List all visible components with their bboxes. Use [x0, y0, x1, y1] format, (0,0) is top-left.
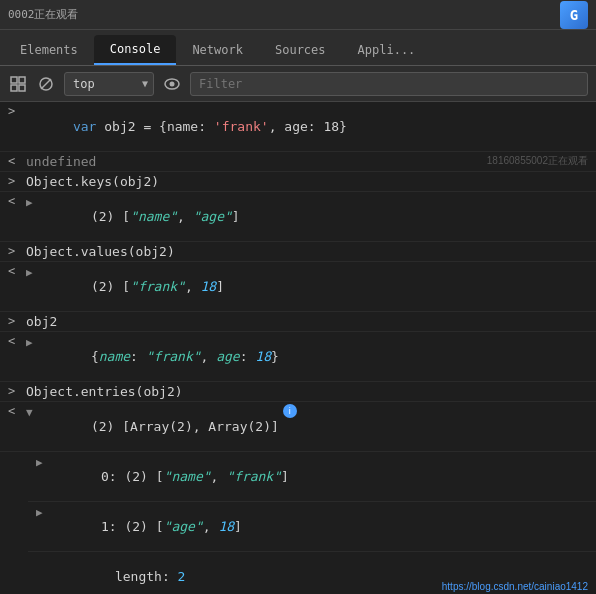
console-line: Object.entries(obj2): [0, 382, 596, 402]
logo-icon: G: [560, 1, 588, 29]
output-prompt: [8, 194, 22, 208]
info-badge: i: [283, 404, 297, 418]
console-line: 0: (2) ["name", "frank"]: [28, 452, 596, 502]
execute-icon[interactable]: [8, 74, 28, 94]
expand-icon[interactable]: [26, 266, 40, 279]
expand-icon[interactable]: [26, 196, 40, 209]
tab-sources[interactable]: Sources: [259, 35, 342, 65]
expand-icon[interactable]: [36, 456, 50, 469]
tab-elements[interactable]: Elements: [4, 35, 94, 65]
tab-console[interactable]: Console: [94, 35, 177, 65]
context-select[interactable]: top: [64, 72, 154, 96]
code-text: Object.values(obj2): [26, 244, 175, 259]
output-prompt: [8, 334, 22, 348]
output-prompt: [8, 154, 22, 168]
svg-rect-0: [11, 77, 17, 83]
console-content: var obj2 = {name: 'frank', age: 18} unde…: [0, 102, 596, 594]
tab-bar: Elements Console Network Sources Appli..…: [0, 30, 596, 66]
code-text: Object.keys(obj2): [26, 174, 159, 189]
top-bar: 0002正在观看 G: [0, 0, 596, 30]
code-text: 0: (2) ["name", "frank"]: [54, 454, 289, 499]
code-text: {name: "frank", age: 18}: [44, 334, 279, 379]
console-line: obj2: [0, 312, 596, 332]
console-line: (2) ["name", "age"]: [0, 192, 596, 242]
watermark: 18160855002正在观看: [487, 154, 588, 168]
code-text: 1: (2) ["age", 18]: [54, 504, 242, 549]
input-prompt: [8, 244, 22, 258]
code-text: obj2: [26, 314, 57, 329]
top-bar-text: 0002正在观看: [8, 7, 79, 22]
console-line: var obj2 = {name: 'frank', age: 18}: [0, 102, 596, 152]
console-line: {name: "frank", age: 18}: [0, 332, 596, 382]
console-line: 1: (2) ["age", 18]: [28, 502, 596, 552]
svg-rect-3: [19, 85, 25, 91]
svg-line-5: [41, 79, 51, 89]
output-prompt: [8, 264, 22, 278]
context-select-container: top ▼: [64, 72, 154, 96]
console-line: Object.keys(obj2): [0, 172, 596, 192]
console-line: Object.values(obj2): [0, 242, 596, 262]
svg-rect-1: [19, 77, 25, 83]
block-icon[interactable]: [36, 74, 56, 94]
expand-icon[interactable]: [26, 336, 40, 349]
url-bar: https://blog.csdn.net/cainiao1412: [434, 579, 596, 594]
svg-rect-2: [11, 85, 17, 91]
eye-icon[interactable]: [162, 74, 182, 94]
tab-appli[interactable]: Appli...: [342, 35, 432, 65]
code-text: Object.entries(obj2): [26, 384, 183, 399]
expand-icon[interactable]: [36, 506, 50, 519]
code-text: (2) ["name", "age"]: [44, 194, 240, 239]
input-prompt: [8, 174, 22, 188]
code-text: var obj2 = {name: 'frank', age: 18}: [26, 104, 347, 149]
filter-input[interactable]: [190, 72, 588, 96]
undefined-text: undefined: [26, 154, 96, 169]
console-line: (2) [Array(2), Array(2)] i: [0, 402, 596, 452]
console-line: (2) ["frank", 18]: [0, 262, 596, 312]
console-line: undefined 18160855002正在观看: [0, 152, 596, 172]
tab-network[interactable]: Network: [176, 35, 259, 65]
svg-point-7: [170, 81, 175, 86]
code-text: (2) ["frank", 18]: [44, 264, 224, 309]
input-prompt: [8, 384, 22, 398]
code-text: (2) [Array(2), Array(2)]: [44, 404, 279, 449]
code-text: length: 2: [68, 554, 185, 594]
toolbar: top ▼: [0, 66, 596, 102]
expand-icon[interactable]: [26, 406, 40, 419]
output-prompt: [8, 404, 22, 418]
input-prompt: [8, 104, 22, 118]
input-prompt: [8, 314, 22, 328]
